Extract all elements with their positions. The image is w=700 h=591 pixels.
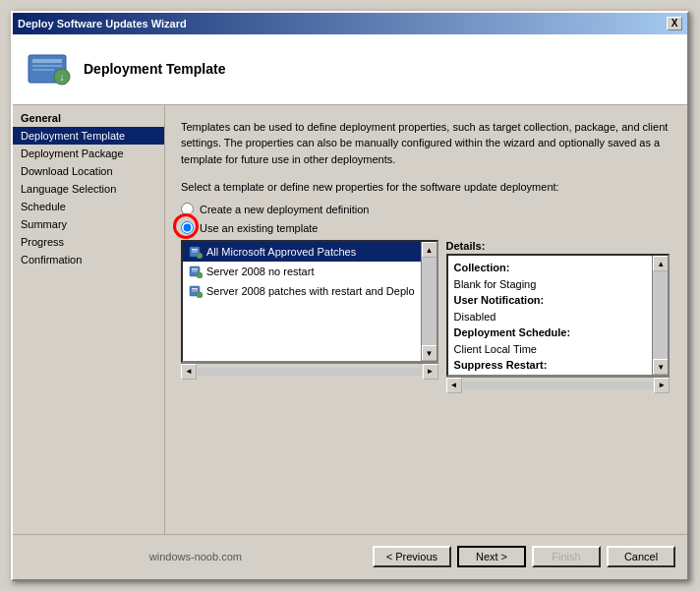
scroll-right-arrow[interactable]: ►: [423, 364, 438, 380]
radio-existing-label: Use an existing template: [200, 222, 318, 234]
hscroll-track: [198, 368, 422, 376]
svg-rect-8: [192, 252, 198, 253]
content-area: Templates can be used to define deployme…: [165, 105, 687, 534]
svg-point-9: [197, 253, 203, 259]
template-item-0[interactable]: All Microsoft Approved Patches: [183, 242, 421, 262]
svg-rect-16: [192, 291, 198, 292]
details-scroll-track: [653, 271, 668, 359]
details-wrapper: Details: Collection: Blank for Staging U…: [446, 240, 671, 392]
template-item-2[interactable]: Server 2008 patches with restart and Dep…: [183, 281, 421, 301]
radio-existing-input[interactable]: [181, 221, 194, 234]
sidebar-item-general[interactable]: General: [13, 109, 164, 127]
template-list-container: All Microsoft Approved Patches Server 20…: [181, 240, 438, 363]
template-icon-1: [189, 265, 203, 278]
sidebar-item-confirmation[interactable]: Confirmation: [13, 251, 164, 268]
svg-rect-12: [192, 271, 198, 272]
select-label: Select a template or define new properti…: [181, 181, 671, 193]
detail-key-0: Collection:: [454, 262, 510, 273]
sidebar-item-progress[interactable]: Progress: [13, 233, 164, 251]
detail-val-2: Client Local Time: [454, 343, 537, 355]
svg-rect-1: [32, 59, 62, 63]
prev-button[interactable]: < Previous: [373, 546, 451, 567]
scroll-track-v: [422, 258, 437, 345]
details-scroll-down[interactable]: ▼: [653, 359, 669, 375]
sidebar: General Deployment Template Deployment P…: [13, 105, 165, 534]
radio-new-label: Create a new deployment definition: [200, 204, 369, 215]
title-bar: Deploy Software Updates Wizard X: [13, 13, 687, 34]
svg-rect-7: [192, 249, 198, 251]
main-content: General Deployment Template Deployment P…: [13, 105, 687, 534]
window-title: Deploy Software Updates Wizard: [18, 18, 187, 30]
header-icon: ↓: [25, 45, 72, 92]
watermark: windows-noob.com: [25, 551, 367, 562]
template-label-0: All Microsoft Approved Patches: [206, 246, 356, 258]
finish-button[interactable]: Finish: [532, 546, 601, 567]
template-icon-0: [189, 245, 203, 259]
svg-rect-2: [32, 65, 62, 67]
sidebar-item-summary[interactable]: Summary: [13, 215, 164, 233]
svg-rect-3: [32, 69, 54, 71]
radio-new-input[interactable]: [181, 203, 194, 215]
next-button[interactable]: Next >: [457, 546, 526, 567]
svg-point-13: [197, 272, 203, 278]
detail-val-0: Blank for Staging: [454, 278, 537, 290]
svg-text:↓: ↓: [60, 72, 65, 83]
template-label-1: Server 2008 no restart: [206, 266, 314, 277]
details-hscrollbar[interactable]: ◄ ►: [446, 377, 671, 392]
sidebar-item-schedule[interactable]: Schedule: [13, 198, 164, 215]
svg-point-17: [197, 292, 203, 298]
radio-use-existing-row: Use an existing template: [181, 221, 671, 234]
detail-key-2: Deployment Schedule:: [454, 326, 571, 338]
description-text: Templates can be used to define deployme…: [181, 119, 671, 168]
details-htrack: [463, 382, 654, 389]
list-hscrollbar[interactable]: ◄ ►: [181, 363, 438, 379]
svg-rect-11: [192, 268, 198, 270]
header-area: ↓ Deployment Template: [13, 34, 687, 105]
sidebar-item-deployment-template[interactable]: Deployment Template: [13, 127, 164, 145]
template-list-wrapper: All Microsoft Approved Patches Server 20…: [181, 240, 438, 392]
details-hleft[interactable]: ◄: [446, 378, 462, 393]
template-section: All Microsoft Approved Patches Server 20…: [181, 240, 671, 392]
list-vscrollbar[interactable]: ▲ ▼: [421, 242, 437, 361]
scroll-left-arrow[interactable]: ◄: [181, 364, 197, 380]
radio-create-new[interactable]: Create a new deployment definition: [181, 203, 671, 215]
svg-rect-15: [192, 288, 198, 290]
detail-key-3: Suppress Restart:: [454, 359, 548, 371]
header-title: Deployment Template: [84, 61, 225, 77]
sidebar-item-language-selection[interactable]: Language Selection: [13, 180, 164, 198]
detail-val-1: Disabled: [454, 311, 496, 323]
scroll-down-arrow[interactable]: ▼: [422, 345, 438, 361]
details-vscrollbar[interactable]: ▲ ▼: [652, 256, 668, 375]
details-hright[interactable]: ►: [654, 378, 670, 393]
details-header: Details:: [446, 240, 671, 252]
main-window: Deploy Software Updates Wizard X ↓ Deplo…: [11, 11, 689, 581]
footer: windows-noob.com < Previous Next > Finis…: [13, 534, 687, 579]
details-scroll-up[interactable]: ▲: [653, 256, 669, 271]
template-label-2: Server 2008 patches with restart and Dep…: [206, 285, 415, 297]
cancel-button[interactable]: Cancel: [607, 546, 675, 567]
details-container: Collection: Blank for Staging User Notif…: [446, 254, 671, 377]
detail-key-1: User Notification:: [454, 294, 545, 306]
scroll-up-arrow[interactable]: ▲: [422, 242, 438, 258]
sidebar-item-deployment-package[interactable]: Deployment Package: [13, 145, 164, 162]
close-button[interactable]: X: [667, 17, 682, 30]
template-icon-2: [189, 284, 203, 298]
template-item-1[interactable]: Server 2008 no restart: [183, 262, 421, 281]
sidebar-item-download-location[interactable]: Download Location: [13, 162, 164, 180]
